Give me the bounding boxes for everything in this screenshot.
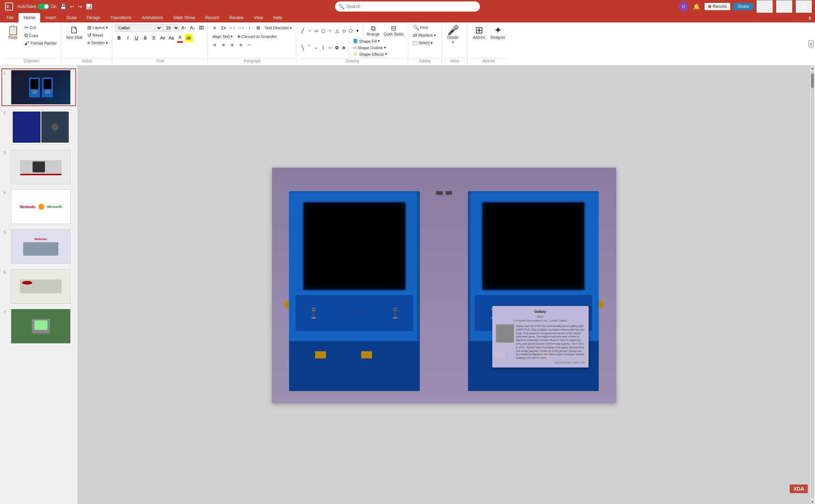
record-button[interactable]: Record — [705, 3, 730, 10]
increase-indent-button[interactable]: →↑ — [237, 24, 245, 32]
scroll-up-arrow[interactable]: ▲ — [811, 66, 814, 70]
para-more-button[interactable]: ⋯ — [246, 41, 254, 49]
rounded-rect-tool[interactable]: ▢ — [320, 28, 326, 34]
font-size-select[interactable]: 28 — [163, 24, 179, 32]
shape-7[interactable]: ⬠ — [347, 28, 354, 34]
decrease-font-button[interactable]: A↓ — [189, 24, 197, 32]
slide-thumb-5[interactable]: 5 Nintendo — [1, 228, 76, 265]
shape-b4[interactable]: ⟨ — [320, 45, 326, 51]
increase-font-button[interactable]: A↑ — [180, 24, 188, 32]
notifications-button[interactable]: 🔔 — [691, 3, 702, 11]
tab-file[interactable]: File — [1, 13, 18, 22]
tab-slideshow[interactable]: Slide Show — [168, 13, 200, 22]
slide-canvas[interactable]: Galaxy 1971 Computer Recreations Inc., U… — [78, 66, 810, 504]
font-family-select[interactable]: Calibri — [115, 24, 162, 32]
vertical-scrollbar[interactable]: ▲ ▼ — [810, 66, 815, 504]
italic-button[interactable]: I — [124, 34, 132, 42]
align-text-button[interactable]: Align Text ▾ — [211, 33, 235, 39]
shape-b3[interactable]: ⌣ — [313, 45, 319, 51]
select-button[interactable]: ⬚ Select ▾ — [411, 39, 438, 46]
highlight-button[interactable]: ab — [185, 34, 193, 42]
scroll-thumb[interactable] — [811, 74, 814, 88]
replace-button[interactable]: ⇄ Replace ▾ — [411, 32, 438, 39]
find-button[interactable]: 🔍 Find — [411, 24, 438, 31]
convert-smartart-button[interactable]: ◈ Convert to SmartArt — [235, 33, 278, 39]
tab-record[interactable]: Record — [200, 13, 224, 22]
slide-thumb-7[interactable]: 7 — [1, 307, 76, 345]
shadow-button[interactable]: S — [150, 34, 158, 42]
copy-button[interactable]: ⧉ Copy — [22, 32, 59, 39]
rect-tool[interactable]: ▭ — [313, 28, 319, 34]
circle-tool[interactable]: ○ — [327, 28, 333, 34]
slide-thumb-3[interactable]: 3 — [1, 148, 76, 186]
tab-help[interactable]: Help — [268, 13, 287, 22]
font-color-button[interactable]: A — [176, 33, 184, 41]
redo-button[interactable]: ↪ — [76, 3, 84, 10]
tab-design[interactable]: Design — [82, 13, 105, 22]
scroll-track[interactable] — [811, 72, 814, 499]
cut-button[interactable]: ✂ Cut — [22, 24, 59, 31]
collapse-ribbon-button[interactable]: ∧ — [805, 13, 815, 22]
autosave-toggle[interactable] — [38, 4, 49, 9]
shape-b1[interactable]: ╲ — [299, 45, 306, 51]
paste-button[interactable]: 📋 Paste — [4, 24, 22, 41]
shape-dropdown[interactable]: ▾ — [354, 28, 361, 34]
line-tool[interactable]: ╱ — [299, 28, 306, 34]
search-input[interactable] — [347, 4, 476, 9]
align-center-button[interactable]: ≡ — [220, 41, 227, 49]
char-spacing-button[interactable]: Av — [159, 34, 167, 42]
addins-button[interactable]: ⊞ Add-ins — [471, 24, 488, 41]
tab-draw[interactable]: Draw — [61, 13, 82, 22]
format-painter-button[interactable]: 🖌 Format Painter — [22, 39, 59, 47]
save-button[interactable]: 💾 — [59, 3, 68, 10]
reset-button[interactable]: ↺ Reset — [85, 32, 110, 39]
slide-thumb-6[interactable]: 6 — [1, 268, 76, 305]
shape-5[interactable]: △ — [334, 28, 340, 34]
arrow-tool[interactable]: → — [306, 28, 313, 34]
shape-b6[interactable]: ✿ — [334, 45, 340, 51]
new-slide-button[interactable]: 🗋 New Slide — [64, 24, 85, 41]
strikethrough-button[interactable]: S — [141, 34, 149, 42]
change-case-button[interactable]: Aa — [167, 34, 175, 42]
shape-b2[interactable]: ⌒ — [306, 45, 313, 51]
shape-effects-button[interactable]: ✨ Shape Effects ▾ — [351, 51, 389, 57]
section-button[interactable]: ≡ Section ▾ — [85, 39, 110, 46]
decrease-indent-button[interactable]: ←↑ — [228, 24, 236, 32]
presentation-button[interactable]: 📊 — [84, 3, 93, 10]
shape-b5[interactable]: ☆ — [327, 45, 333, 51]
justify-button[interactable]: ≡ — [237, 41, 245, 49]
tab-review[interactable]: Review — [224, 13, 248, 22]
clear-formatting-button[interactable]: ⌧ — [197, 24, 205, 32]
slide-panel[interactable]: 1 — [0, 66, 78, 504]
arrange-button[interactable]: ⧉ Arrange — [365, 24, 381, 37]
slide-content[interactable]: Galaxy 1971 Computer Recreations Inc., U… — [272, 168, 616, 403]
close-button[interactable]: ✕ — [795, 0, 812, 13]
maximize-button[interactable]: □ — [776, 0, 793, 13]
tab-insert[interactable]: Insert — [40, 13, 61, 22]
dictate-button[interactable]: 🎤 Dictate ▾ — [444, 24, 462, 46]
designer-button[interactable]: ✦ Designer — [489, 24, 507, 41]
minimize-button[interactable]: – — [756, 0, 773, 13]
bold-button[interactable]: B — [115, 34, 123, 42]
line-spacing-button[interactable]: ↕ — [246, 24, 254, 32]
share-button[interactable]: Share — [733, 3, 753, 10]
tab-animations[interactable]: Animations — [137, 13, 168, 22]
numbering-button[interactable]: 1≡ — [220, 24, 227, 32]
slide-thumb-2[interactable]: 2 — [1, 108, 76, 146]
columns-button[interactable]: ⊞ — [254, 24, 262, 32]
align-left-button[interactable]: ≡ — [211, 41, 219, 49]
bullets-button[interactable]: ≡ — [211, 24, 219, 32]
shape-fill-button[interactable]: 🪣 Shape Fill ▾ — [351, 38, 389, 44]
scroll-down-arrow[interactable]: ▼ — [811, 500, 814, 504]
shape-outline-button[interactable]: ▭ Shape Outline ▾ — [351, 45, 389, 51]
tab-home[interactable]: Home — [18, 13, 40, 22]
text-direction-button[interactable]: Text Direction ▾ — [263, 25, 294, 31]
align-right-button[interactable]: ≡ — [228, 41, 236, 49]
underline-button[interactable]: U — [133, 34, 141, 42]
shape-6[interactable]: ◇ — [340, 28, 347, 34]
quick-styles-button[interactable]: ⊟ Quick Styles — [382, 24, 406, 37]
tab-view[interactable]: View — [248, 13, 268, 22]
collapse-ribbon-btn[interactable]: ∧ — [808, 40, 814, 47]
tab-transitions[interactable]: Transitions — [105, 13, 137, 22]
slide-thumb-1[interactable]: 1 — [1, 68, 76, 106]
